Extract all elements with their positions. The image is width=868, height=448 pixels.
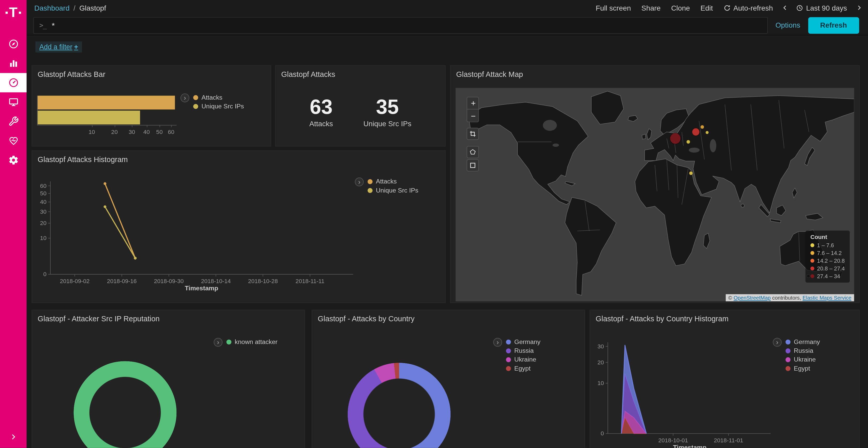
legend-label: Egypt bbox=[514, 365, 531, 372]
country-donut[interactable] bbox=[348, 363, 451, 448]
legend-toggle-button[interactable]: › bbox=[773, 338, 781, 347]
legend-toggle-button[interactable]: › bbox=[214, 338, 222, 347]
bar-axis-tick: 60 bbox=[168, 128, 175, 135]
time-range-label: Last 90 days bbox=[806, 4, 847, 12]
panel-title: Glastopf Attacks bbox=[276, 66, 445, 81]
x-axis-tick: 2018-10-01 bbox=[658, 437, 688, 444]
attack-map[interactable]: + − Count 1 – 7.67.6 – 14.214.2 – 20.820… bbox=[456, 88, 854, 302]
time-forward-button[interactable] bbox=[856, 4, 863, 11]
clone-button[interactable]: Clone bbox=[671, 4, 690, 12]
bar-axis-tick: 40 bbox=[144, 128, 150, 135]
legend-color-dot bbox=[810, 259, 814, 263]
sidebar-item-visualize[interactable] bbox=[0, 54, 27, 73]
share-button[interactable]: Share bbox=[642, 4, 660, 12]
legend-item-attacks[interactable]: Attacks bbox=[193, 94, 244, 101]
legend-label: Russia bbox=[794, 347, 813, 354]
map-legend-items: 1 – 7.67.6 – 14.214.2 – 20.820.8 – 27.42… bbox=[810, 242, 845, 279]
y-axis-tick: 40 bbox=[40, 199, 46, 205]
legend-item-known-attacker[interactable]: known attacker bbox=[226, 338, 277, 345]
legend-item-unique-src-ips[interactable]: Unique Src IPs bbox=[193, 103, 244, 110]
sidebar-item-dev-tools[interactable] bbox=[0, 112, 27, 131]
legend-color-dot bbox=[810, 267, 814, 271]
chevron-right-icon bbox=[9, 433, 17, 441]
filter-bar: Add a filter+ bbox=[27, 35, 868, 59]
legend-item-egypt[interactable]: Egypt bbox=[785, 365, 820, 372]
country-histogram-svg: 01020302018-10-012018-11-01Timestamp bbox=[590, 310, 860, 448]
add-filter-link[interactable]: Add a filter+ bbox=[35, 41, 82, 53]
telekom-logo[interactable]: T bbox=[6, 0, 21, 24]
legend-label: Germany bbox=[514, 338, 540, 345]
great-britain bbox=[647, 129, 652, 140]
legend-item-ukraine[interactable]: Ukraine bbox=[506, 356, 540, 363]
breadcrumb-dashboard-link[interactable]: Dashboard bbox=[34, 4, 69, 12]
metric-label: Attacks bbox=[309, 119, 333, 128]
legend-item-ukraine[interactable]: Ukraine bbox=[785, 356, 820, 363]
country-legend: › GermanyRussiaUkraineEgypt bbox=[493, 338, 540, 372]
refresh-button[interactable]: Refresh bbox=[808, 17, 859, 33]
legend-item-20-8-27-4: 20.8 – 27.4 bbox=[810, 266, 845, 272]
legend-item-russia[interactable]: Russia bbox=[506, 347, 540, 354]
y-axis-tick: 50 bbox=[40, 190, 46, 197]
clock-icon bbox=[796, 4, 803, 11]
panel-title: Glastopf Attacks Bar bbox=[32, 66, 271, 81]
bar-unique-src-ips[interactable] bbox=[38, 111, 140, 125]
legend-label: Egypt bbox=[794, 365, 810, 372]
bar-attacks[interactable] bbox=[38, 96, 175, 110]
breadcrumb-separator: / bbox=[73, 4, 75, 12]
series-line-unique-src-ips[interactable] bbox=[105, 207, 135, 258]
series-line-attacks[interactable] bbox=[105, 183, 135, 258]
auto-refresh-label: Auto-refresh bbox=[734, 4, 773, 12]
time-back-button[interactable] bbox=[782, 4, 788, 11]
x-axis-tick: 2018-09-30 bbox=[154, 278, 184, 284]
zoom-out-button[interactable]: − bbox=[467, 109, 479, 122]
legend-color-dot bbox=[193, 95, 198, 100]
openstreetmap-link[interactable]: OpenStreetMap bbox=[734, 295, 771, 301]
ireland bbox=[642, 134, 646, 139]
legend-item-germany[interactable]: Germany bbox=[506, 338, 540, 345]
legend-color-dot bbox=[785, 357, 790, 362]
attr-middle: contributors, bbox=[771, 295, 802, 301]
sidebar-item-management[interactable] bbox=[0, 150, 27, 170]
reputation-donut[interactable] bbox=[74, 361, 177, 448]
legend-color-dot bbox=[785, 339, 790, 344]
sidebar-item-timelion[interactable] bbox=[0, 92, 27, 112]
legend-toggle-button[interactable]: › bbox=[493, 338, 502, 347]
time-range-picker[interactable]: Last 90 days bbox=[796, 4, 847, 12]
legend-color-dot bbox=[506, 357, 511, 362]
attacks-bar-plot: 102030405060 bbox=[37, 96, 203, 140]
rectangle-tool-button[interactable] bbox=[467, 159, 479, 171]
crop-tool-button[interactable] bbox=[467, 128, 479, 140]
y-axis-tick: 30 bbox=[597, 343, 604, 350]
edit-button[interactable]: Edit bbox=[700, 4, 713, 12]
legend-item-attacks[interactable]: Attacks bbox=[368, 178, 418, 185]
madagascar bbox=[704, 233, 710, 249]
legend-toggle-button[interactable]: › bbox=[355, 177, 364, 186]
legend-color-dot bbox=[368, 179, 373, 184]
query-value: * bbox=[52, 21, 55, 29]
legend-color-dot bbox=[785, 366, 790, 371]
legend-label: Russia bbox=[514, 347, 534, 354]
legend-item-unique-src-ips[interactable]: Unique Src IPs bbox=[368, 187, 418, 194]
map-attack-marker bbox=[686, 140, 690, 144]
legend-item-germany[interactable]: Germany bbox=[785, 338, 820, 345]
elastic-maps-service-link[interactable]: Elastic Maps Service bbox=[803, 295, 851, 301]
legend-item-egypt[interactable]: Egypt bbox=[506, 365, 540, 372]
polygon-tool-button[interactable] bbox=[467, 146, 479, 158]
y-axis-tick: 20 bbox=[597, 359, 604, 366]
sidebar-item-monitoring[interactable] bbox=[0, 131, 27, 150]
collapse-sidebar-button[interactable] bbox=[0, 430, 27, 443]
full-screen-button[interactable]: Full screen bbox=[596, 4, 631, 12]
legend-toggle-button[interactable]: › bbox=[181, 94, 189, 102]
sidebar-item-dashboard[interactable] bbox=[0, 73, 27, 92]
breadcrumb-current: Glastopf bbox=[79, 4, 106, 12]
heartbeat-icon bbox=[8, 136, 19, 146]
search-query-input[interactable]: >_ * bbox=[33, 17, 768, 33]
metric-group: 63 Attacks 35 Unique Src IPs bbox=[276, 97, 445, 128]
query-options-link[interactable]: Options bbox=[776, 21, 800, 29]
bar-axis-tick: 30 bbox=[129, 128, 135, 135]
legend-item-russia[interactable]: Russia bbox=[785, 347, 820, 354]
auto-refresh-button[interactable]: Auto-refresh bbox=[723, 4, 773, 12]
panel-country-histogram: Glastopf - Attacks by Country Histogram … bbox=[590, 310, 860, 448]
zoom-in-button[interactable]: + bbox=[467, 97, 479, 109]
sidebar-item-discover[interactable] bbox=[0, 34, 27, 54]
